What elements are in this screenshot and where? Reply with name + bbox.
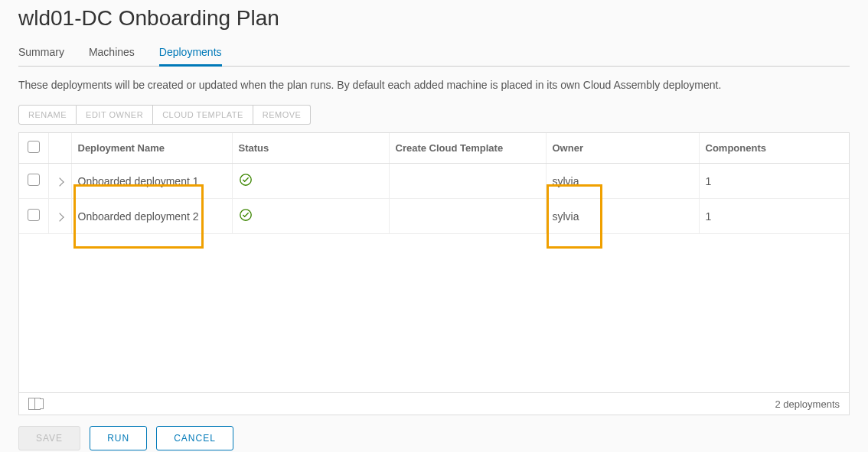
cloud-template-button[interactable]: CLOUD TEMPLATE: [153, 105, 253, 125]
table-row[interactable]: Onboarded deployment 2 sylvia 1: [19, 199, 849, 234]
row-count: 2 deployments: [775, 398, 840, 410]
column-picker-icon[interactable]: [28, 398, 41, 410]
table-footer: 2 deployments: [19, 392, 849, 415]
edit-owner-button[interactable]: EDIT OWNER: [77, 105, 153, 125]
header-components[interactable]: Components: [699, 133, 849, 164]
components-cell: 1: [699, 164, 849, 199]
row-checkbox[interactable]: [28, 174, 40, 186]
chevron-right-icon[interactable]: [55, 177, 64, 186]
save-button[interactable]: SAVE: [18, 426, 80, 450]
actions-bar: SAVE RUN CANCEL: [18, 426, 850, 450]
cloud-template-cell: [389, 164, 546, 199]
remove-button[interactable]: REMOVE: [253, 105, 312, 125]
header-template[interactable]: Create Cloud Template: [389, 133, 546, 164]
chevron-right-icon[interactable]: [55, 213, 64, 221]
header-owner[interactable]: Owner: [546, 133, 699, 164]
deployment-name: Onboarded deployment 2: [78, 210, 199, 223]
tab-deployments[interactable]: Deployments: [159, 40, 222, 67]
header-name[interactable]: Deployment Name: [71, 133, 232, 164]
tabs-bar: Summary Machines Deployments: [18, 40, 850, 67]
deployments-table-wrap: Deployment Name Status Create Cloud Temp…: [18, 132, 850, 415]
components-cell: 1: [699, 199, 849, 234]
tab-description: These deployments will be created or upd…: [18, 79, 850, 91]
owner-cell: sylvia: [553, 175, 579, 187]
header-select-all[interactable]: [19, 133, 48, 164]
table-row[interactable]: Onboarded deployment 1 sylvia 1: [19, 164, 849, 199]
cloud-template-cell: [389, 199, 546, 234]
header-expand: [48, 133, 71, 164]
cancel-button[interactable]: CANCEL: [156, 426, 233, 450]
page-title: wld01-DC Onboarding Plan: [18, 6, 850, 31]
check-circle-icon: [239, 208, 253, 222]
row-checkbox[interactable]: [28, 209, 40, 221]
header-status[interactable]: Status: [232, 133, 389, 164]
deployments-table: Deployment Name Status Create Cloud Temp…: [19, 133, 849, 234]
run-button[interactable]: RUN: [90, 426, 147, 450]
tab-machines[interactable]: Machines: [89, 40, 135, 66]
owner-cell: sylvia: [553, 210, 579, 223]
check-circle-icon: [239, 173, 253, 187]
tab-summary[interactable]: Summary: [18, 40, 64, 66]
rename-button[interactable]: RENAME: [18, 105, 77, 125]
checkbox-icon: [28, 141, 40, 153]
deployment-name: Onboarded deployment 1: [78, 175, 199, 187]
toolbar: RENAME EDIT OWNER CLOUD TEMPLATE REMOVE: [18, 105, 850, 125]
